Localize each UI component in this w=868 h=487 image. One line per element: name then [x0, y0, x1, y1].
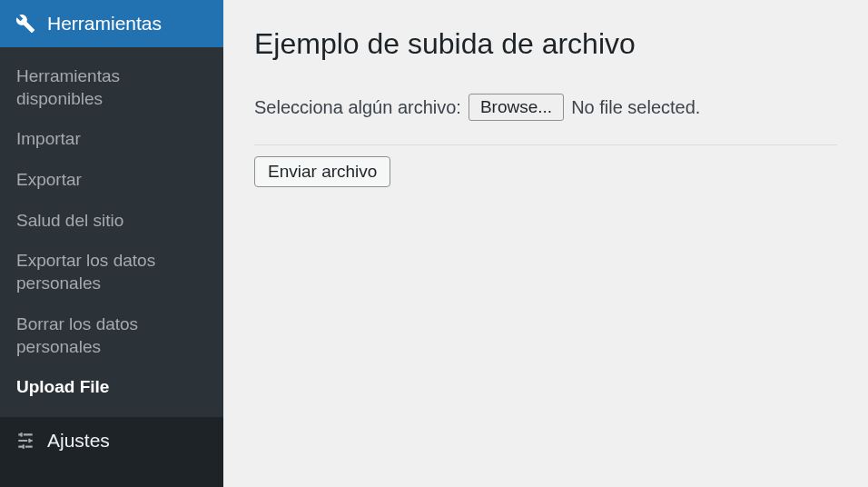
page-title: Ejemplo de subida de archivo [254, 27, 837, 61]
main-content: Ejemplo de subida de archivo Selecciona … [223, 0, 868, 487]
sidebar-item-label: Importar [16, 129, 81, 148]
sidebar-item-import[interactable]: Importar [0, 119, 223, 160]
sidebar-item-export[interactable]: Exportar [0, 160, 223, 201]
sidebar-item-available-tools[interactable]: Herramientas disponibles [0, 56, 223, 119]
sidebar-item-label: Salud del sitio [16, 211, 123, 230]
sidebar-header-label: Herramientas [47, 13, 162, 35]
sidebar-item-site-health[interactable]: Salud del sitio [0, 201, 223, 242]
svg-rect-0 [21, 432, 23, 436]
divider [254, 144, 837, 145]
admin-sidebar: Herramientas Herramientas disponibles Im… [0, 0, 223, 487]
sidebar-item-label: Exportar los datos personales [16, 251, 155, 293]
file-status-text: No file selected. [571, 97, 700, 118]
file-input-label: Selecciona algún archivo: [254, 97, 461, 118]
sidebar-item-settings[interactable]: Ajustes [0, 417, 223, 464]
submit-button[interactable]: Enviar archivo [254, 156, 390, 187]
sidebar-submenu: Herramientas disponibles Importar Export… [0, 47, 223, 417]
sidebar-item-label: Upload File [16, 377, 109, 396]
wrench-icon [15, 13, 36, 35]
browse-button[interactable]: Browse... [469, 94, 564, 121]
sidebar-item-label: Herramientas disponibles [16, 66, 120, 108]
sidebar-header-tools[interactable]: Herramientas [0, 0, 223, 47]
svg-rect-2 [23, 444, 25, 448]
sidebar-item-upload-file[interactable]: Upload File [0, 367, 223, 408]
sidebar-item-erase-personal[interactable]: Borrar los datos personales [0, 304, 223, 367]
sidebar-item-label: Exportar [16, 170, 82, 189]
sidebar-settings-label: Ajustes [47, 430, 110, 452]
svg-rect-1 [28, 439, 30, 442]
sidebar-item-export-personal[interactable]: Exportar los datos personales [0, 241, 223, 303]
sliders-icon [15, 430, 36, 452]
file-input-row: Selecciona algún archivo: Browse... No f… [254, 94, 837, 121]
sidebar-item-label: Borrar los datos personales [16, 314, 138, 356]
